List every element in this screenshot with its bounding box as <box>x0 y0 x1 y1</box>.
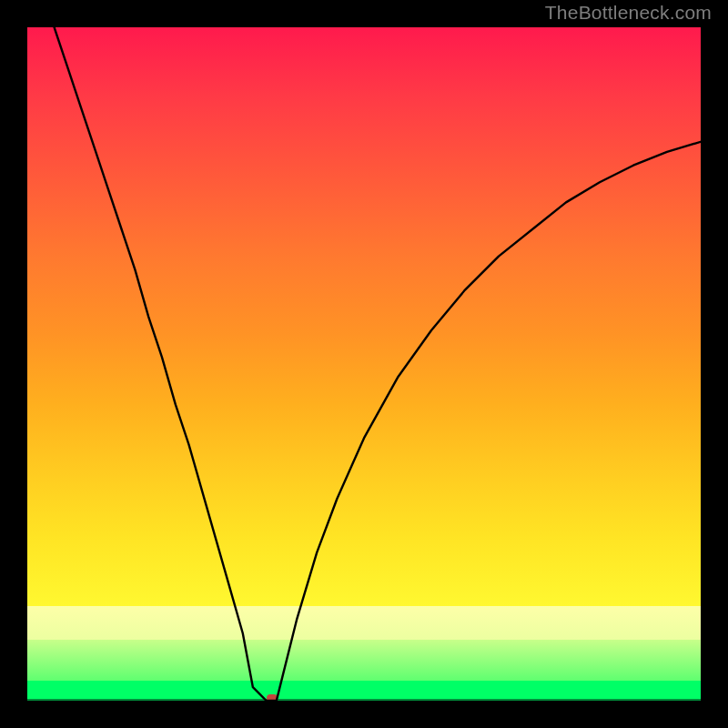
watermark-text: TheBottleneck.com <box>545 2 712 24</box>
chart-frame: TheBottleneck.com <box>0 0 728 728</box>
plot-area <box>27 27 701 701</box>
bottleneck-curve-path <box>55 27 701 701</box>
curve-svg <box>27 27 701 701</box>
